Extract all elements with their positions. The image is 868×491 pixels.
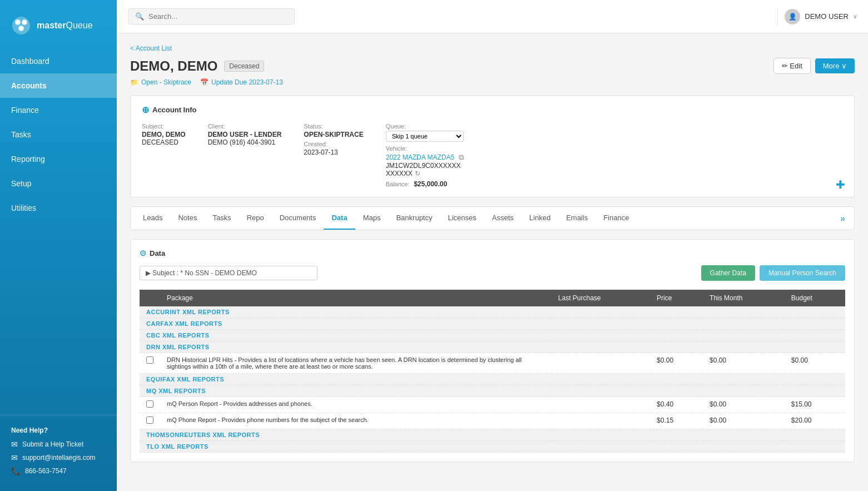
tab-emails[interactable]: Emails — [558, 207, 596, 230]
sidebar-item-finance[interactable]: Finance — [0, 98, 117, 122]
table-section-header: EQUIFAX XML REPORTS — [140, 374, 845, 385]
row-package: mQ Phone Report - Provides phone numbers… — [160, 413, 552, 429]
row-checkbox[interactable] — [146, 356, 153, 364]
sidebar-item-tasks[interactable]: Tasks — [0, 122, 117, 147]
help-email-link[interactable]: ✉ support@intellaegis.com — [11, 453, 106, 462]
help-phone-link[interactable]: 📞 866-563-7547 — [11, 467, 106, 475]
row-checkbox[interactable] — [146, 416, 153, 424]
tab-bankruptcy[interactable]: Bankruptcy — [388, 207, 440, 230]
section-header-label[interactable]: CARFAX XML REPORTS — [140, 318, 845, 330]
logo: masterQueue — [0, 0, 117, 49]
logo-text: masterQueue — [37, 21, 93, 31]
action-buttons: Gather Data Manual Person Search — [701, 265, 845, 281]
topbar: 🔍 👤 DEMO USER ∨ — [117, 0, 868, 33]
breadcrumb[interactable]: < Account List — [130, 44, 855, 52]
table-row: mQ Person Report - Provides addresses an… — [140, 397, 845, 413]
search-input[interactable] — [148, 12, 287, 21]
section-header-label[interactable]: TLO XML REPORTS — [140, 441, 845, 453]
table-section-header: ACCURINT XML REPORTS — [140, 306, 845, 318]
section-header-label[interactable]: CBC XML REPORTS — [140, 330, 845, 341]
manual-search-button[interactable]: Manual Person Search — [760, 265, 845, 281]
row-this-month: $0.00 — [703, 413, 785, 429]
section-header-label[interactable]: THOMSONREUTERS XML REPORTS — [140, 429, 845, 441]
page-content: < Account List DEMO, DEMO Deceased ✏ Edi… — [117, 33, 868, 491]
more-button[interactable]: More ∨ — [815, 58, 855, 73]
svg-point-6 — [19, 27, 23, 30]
sidebar-item-utilities[interactable]: Utilities — [0, 196, 117, 220]
main-content: 🔍 👤 DEMO USER ∨ < Account List — [117, 0, 868, 491]
table-row: DRN Historical LPR Hits - Provides a lis… — [140, 353, 845, 374]
sidebar-item-accounts[interactable]: Accounts — [0, 73, 117, 98]
plus-circle-icon: ⊕ — [142, 105, 149, 115]
user-menu[interactable]: 👤 DEMO USER ∨ — [785, 9, 857, 24]
status-info: Status: OPEN-SKIPTRACE Created: 2023-07-… — [304, 123, 363, 156]
tab-tasks[interactable]: Tasks — [205, 207, 239, 230]
row-price: $0.00 — [650, 353, 703, 374]
tab-assets[interactable]: Assets — [484, 207, 522, 230]
help-section: Need Help? ✉ Submit a Help Ticket ✉ supp… — [0, 415, 117, 491]
email-icon: ✉ — [11, 453, 18, 462]
topbar-divider — [777, 8, 778, 25]
deceased-badge: Deceased — [224, 61, 264, 72]
sidebar: masterQueue Dashboard Accounts Finance T… — [0, 0, 117, 491]
subject-row: ▶ Subject : * No SSN - DEMO DEMO Gather … — [140, 265, 845, 281]
tab-linked[interactable]: Linked — [522, 207, 558, 230]
section-header-label[interactable]: MQ XML REPORTS — [140, 385, 845, 397]
tab-repo[interactable]: Repo — [239, 207, 272, 230]
row-price: $0.15 — [650, 413, 703, 429]
svg-point-4 — [16, 21, 19, 24]
tab-documents[interactable]: Documents — [272, 207, 324, 230]
row-this-month: $0.00 — [703, 397, 785, 413]
sidebar-item-dashboard[interactable]: Dashboard — [0, 49, 117, 73]
col-budget: Budget — [785, 290, 845, 306]
section-header-label[interactable]: EQUIFAX XML REPORTS — [140, 374, 845, 385]
section-header-label[interactable]: ACCURINT XML REPORTS — [140, 306, 845, 318]
table-section-header: DRN XML REPORTS — [140, 341, 845, 353]
tab-data[interactable]: Data — [324, 207, 355, 230]
gather-data-button[interactable]: Gather Data — [701, 265, 755, 281]
tab-leads[interactable]: Leads — [135, 207, 170, 230]
tabs-bar: Leads Notes Tasks Repo Documents Data Ma… — [130, 206, 855, 230]
search-box[interactable]: 🔍 — [128, 8, 295, 24]
row-last-purchase — [552, 397, 650, 413]
vehicle-link[interactable]: 2022 MAZDA MAZDA5 — [386, 153, 454, 161]
row-budget: $15.00 — [785, 397, 845, 413]
tab-maps[interactable]: Maps — [355, 207, 389, 230]
refresh-icon[interactable]: ↻ — [415, 170, 420, 177]
account-info-card: ⊕ Account Info Subject: DEMO, DEMO DECEA… — [130, 95, 855, 197]
copy-icon[interactable]: ⧉ — [459, 153, 464, 161]
update-due-link[interactable]: 📅 Update Due 2023-07-13 — [200, 78, 283, 86]
edit-button[interactable]: ✏ Edit — [773, 58, 811, 74]
row-last-purchase — [552, 353, 650, 374]
section-header-label[interactable]: DRN XML REPORTS — [140, 341, 845, 353]
tab-notes[interactable]: Notes — [170, 207, 205, 230]
row-price: $0.40 — [650, 397, 703, 413]
add-button[interactable]: ✚ — [836, 179, 845, 190]
tabs-more-button[interactable]: » — [836, 209, 850, 228]
row-budget: $20.00 — [785, 413, 845, 429]
help-ticket-link[interactable]: ✉ Submit a Help Ticket — [11, 440, 106, 449]
client-info: Client: DEMO USER - LENDER DEMO (916) 40… — [208, 123, 282, 146]
table-section-header: MQ XML REPORTS — [140, 385, 845, 397]
data-table: Package Last Purchase Price This Month B… — [140, 290, 845, 453]
row-checkbox-cell — [140, 353, 160, 374]
page-title: DEMO, DEMO — [130, 58, 217, 74]
tab-licenses[interactable]: Licenses — [440, 207, 484, 230]
sidebar-item-setup[interactable]: Setup — [0, 171, 117, 196]
queue-select[interactable]: Skip 1 queue Skip 2 queue Default queue — [386, 131, 464, 142]
table-row: mQ Phone Report - Provides phone numbers… — [140, 413, 845, 429]
sidebar-item-reporting[interactable]: Reporting — [0, 147, 117, 171]
page-header: DEMO, DEMO Deceased ✏ Edit More ∨ — [130, 58, 855, 74]
subject-input-field[interactable]: ▶ Subject : * No SSN - DEMO DEMO — [140, 266, 318, 280]
table-section-header: THOMSONREUTERS XML REPORTS — [140, 429, 845, 441]
row-checkbox-cell — [140, 397, 160, 413]
account-info-header: ⊕ Account Info — [142, 105, 843, 115]
row-checkbox-cell — [140, 413, 160, 429]
data-section-header: ⊙ Data — [140, 249, 845, 257]
row-checkbox[interactable] — [146, 400, 153, 408]
tab-finance[interactable]: Finance — [596, 207, 637, 230]
calendar-icon: 📅 — [200, 78, 209, 86]
col-this-month: This Month — [703, 290, 785, 306]
help-title: Need Help? — [11, 426, 106, 434]
open-skiptrace-link[interactable]: 📁 Open - Skiptrace — [130, 78, 191, 86]
